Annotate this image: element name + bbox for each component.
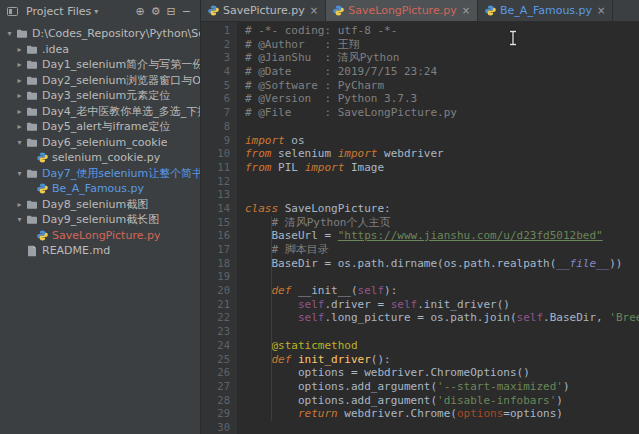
line-number[interactable]: 15 [201,216,230,230]
tree-item-be-a-famous-py[interactable]: Be_A_Famous.py [0,181,200,197]
line-number[interactable]: 26 [201,366,230,380]
tree-item-idea[interactable]: ▸.idea [0,42,200,58]
line-number[interactable]: 4 [201,65,230,79]
chevron-right-icon[interactable]: ▸ [14,107,25,116]
tree-item-readme-md[interactable]: README.md [0,243,200,259]
code-line[interactable]: # @Date : 2019/7/15 23:24 [245,65,639,79]
line-number[interactable]: 11 [201,161,230,175]
tree-item-day4[interactable]: ▸Day4_老中医教你单选_多选_下拉框定位 [0,104,200,120]
code-line[interactable]: # @Software : PyCharm [245,79,639,93]
code-line[interactable]: class SaveLongPicture: [245,202,639,216]
code-line[interactable]: self.driver = self.init_driver() [245,298,639,312]
code-line[interactable] [245,188,639,202]
code-line[interactable]: from selenium import webdriver [245,147,639,161]
tree-item-day5-alert-iframe[interactable]: ▸Day5_alert与iframe定位 [0,119,200,135]
tree-item-day8-selenium[interactable]: ▸Day8_selenium截图 [0,197,200,213]
line-number[interactable]: 27 [201,380,230,394]
line-number[interactable]: 29 [201,407,230,421]
line-number[interactable]: 23 [201,325,230,339]
code-line[interactable]: BaseUrl = "https://www.jianshu.com/u/d23… [245,229,639,243]
line-number[interactable]: 17 [201,243,230,257]
chevron-right-icon[interactable]: ▸ [14,60,25,69]
code-line[interactable]: return webdriver.Chrome(options=options) [245,407,639,421]
locate-icon[interactable]: ⊕ [132,6,147,17]
tree-item-d-codes-repository-python-seleniumte[interactable]: ▾D:\Codes_Repository\Python\SeleniumTe [0,26,200,42]
project-view-selector[interactable]: Project Files [26,5,91,18]
code-line[interactable] [245,421,639,434]
tree-item-day3-selenium[interactable]: ▸Day3_selenium元素定位 [0,88,200,104]
line-number[interactable]: 9 [201,134,230,148]
line-number[interactable]: 7 [201,106,230,120]
chevron-down-icon[interactable]: ▾ [14,169,25,178]
code-line[interactable]: # @File : SaveLongPicture.py [245,106,639,120]
collapse-all-icon[interactable]: ⊟ [164,6,179,17]
code-content[interactable]: # -*- coding: utf-8 -*-# @Author : 王翔# @… [237,22,639,434]
tree-item-day1-selenium[interactable]: ▸Day1_selenium简介与写第一份代码 [0,57,200,73]
code-line[interactable]: from PIL import Image [245,161,639,175]
tree-item-savelongpicture-py[interactable]: SaveLongPicture.py [0,228,200,244]
line-number[interactable]: 8 [201,120,230,134]
code-line[interactable]: import os [245,134,639,148]
chevron-right-icon[interactable]: ▸ [14,76,25,85]
chevron-down-icon[interactable]: ▾ [14,215,25,224]
line-number[interactable]: 30 [201,421,230,434]
line-number[interactable]: 12 [201,175,230,189]
line-number[interactable]: 24 [201,339,230,353]
line-number[interactable]: 5 [201,79,230,93]
line-number[interactable]: 16 [201,229,230,243]
tree-item-day9-selenium[interactable]: ▾Day9_selenium截长图 [0,212,200,228]
code-line[interactable]: @staticmethod [245,339,639,353]
settings-gear-icon[interactable]: ⚙ [148,6,164,17]
line-number[interactable]: 6 [201,92,230,106]
line-number[interactable]: 14 [201,202,230,216]
code-line[interactable]: # @JianShu : 清风Python [245,51,639,65]
chevron-right-icon[interactable]: ▸ [14,122,25,131]
line-number[interactable]: 20 [201,284,230,298]
line-number[interactable]: 22 [201,311,230,325]
editor-tab-savepicture-py[interactable]: SavePicture.py× [201,0,326,21]
hide-panel-icon[interactable]: − [179,6,194,17]
tree-item-day6-selenium-cookie[interactable]: ▾Day6_selenium_cookie [0,135,200,151]
code-editor[interactable]: 1234567891011121314151617181920212223242… [201,22,639,434]
code-line[interactable]: # 脚本目录 [245,243,639,257]
chevron-down-icon[interactable]: ▾ [14,138,25,147]
code-line[interactable]: self.long_picture = os.path.join(self.Ba… [245,311,639,325]
code-line[interactable] [245,325,639,339]
chevron-down-icon[interactable]: ▾ [4,29,15,38]
chevron-right-icon[interactable]: ▸ [14,45,25,54]
close-icon[interactable]: × [462,5,470,16]
code-line[interactable] [245,270,639,284]
code-line[interactable]: # -*- coding: utf-8 -*- [245,24,639,38]
line-number[interactable]: 25 [201,353,230,367]
tree-item-day2-selenium-option[interactable]: ▸Day2_selenium浏览器窗口与Option操作 [0,73,200,89]
tree-item-day7-selenium[interactable]: ▾Day7_使用selenium让整个简书都认识我 [0,166,200,182]
code-line[interactable]: # @Version : Python 3.7.3 [245,92,639,106]
line-number[interactable]: 21 [201,298,230,312]
tree-item-selenium-cookie-py[interactable]: selenium_cookie.py [0,150,200,166]
code-line[interactable]: # 清风Python个人主页 [245,216,639,230]
chevron-right-icon[interactable]: ▸ [14,200,25,209]
editor-tab-savelongpicture-py[interactable]: SaveLongPicture.py× [326,0,478,21]
editor-tab-be-a-famous-py[interactable]: Be_A_Famous.py× [478,0,613,21]
code-line[interactable]: options = webdriver.ChromeOptions() [245,366,639,380]
code-line[interactable]: options.add_argument('disable-infobars') [245,394,639,408]
code-line[interactable]: def __init__(self): [245,284,639,298]
code-line[interactable]: def init_driver(): [245,353,639,367]
close-icon[interactable]: × [597,5,605,16]
line-number[interactable]: 13 [201,188,230,202]
line-number[interactable]: 1 [201,24,230,38]
line-number[interactable]: 3 [201,51,230,65]
code-line[interactable] [245,120,639,134]
code-line[interactable]: options.add_argument('--start-maximized'… [245,380,639,394]
line-number[interactable]: 2 [201,38,230,52]
code-line[interactable]: # @Author : 王翔 [245,38,639,52]
chevron-down-icon[interactable]: ▾ [94,7,98,16]
code-line[interactable]: BaseDir = os.path.dirname(os.path.realpa… [245,257,639,271]
line-number[interactable]: 18 [201,257,230,271]
line-number[interactable]: 28 [201,394,230,408]
code-line[interactable] [245,175,639,189]
line-number[interactable]: 19 [201,270,230,284]
close-icon[interactable]: × [310,5,318,16]
line-number[interactable]: 10 [201,147,230,161]
chevron-right-icon[interactable]: ▸ [14,91,25,100]
